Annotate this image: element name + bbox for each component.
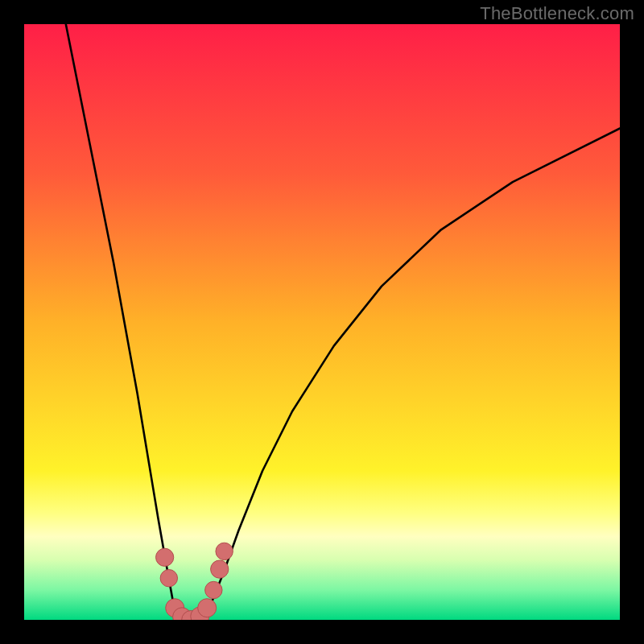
curve-layer (24, 24, 620, 620)
chart-frame: TheBottleneck.com (0, 0, 644, 644)
data-marker (156, 548, 174, 566)
watermark-label: TheBottleneck.com (480, 3, 634, 24)
data-marker (160, 570, 177, 587)
data-marker (216, 543, 233, 559)
series-right-branch (203, 129, 620, 614)
data-marker (198, 599, 217, 617)
data-marker (205, 581, 222, 598)
series-left-branch (66, 24, 180, 614)
data-marker (211, 560, 229, 578)
plot-area (24, 24, 620, 620)
